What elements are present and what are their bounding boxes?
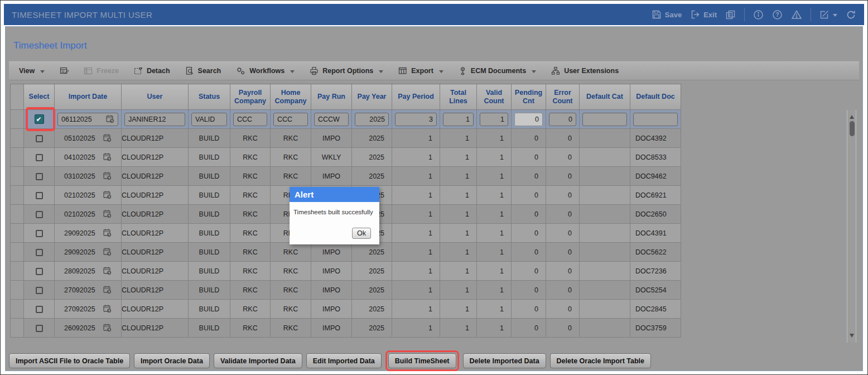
report-options-menu[interactable]: Report Options: [310, 66, 383, 75]
cell-pay-run: IMPO: [311, 129, 352, 148]
calendar-icon[interactable]: [103, 247, 112, 257]
action-button[interactable]: Import Oracle Data: [134, 353, 210, 368]
cell-payroll-company: RKC: [230, 319, 271, 338]
cell-payroll-company: RKC: [230, 205, 271, 224]
action-button[interactable]: Delete Oracle Import Table: [550, 353, 651, 368]
row-checkbox[interactable]: [36, 154, 43, 161]
cell-default-doc: DOC4391: [630, 224, 681, 243]
cell-total-lines: 1: [440, 262, 477, 281]
detach-button[interactable]: Detach: [134, 66, 170, 75]
column-header[interactable]: Pay Run: [311, 84, 352, 110]
row-checkbox[interactable]: [35, 114, 44, 124]
column-header[interactable]: Error Count: [546, 84, 580, 110]
row-header-cell: [11, 262, 24, 281]
cell-pay-year: 2025: [352, 243, 392, 262]
column-header[interactable]: Pay Period: [392, 84, 440, 110]
view-menu[interactable]: View: [19, 67, 45, 75]
calendar-icon[interactable]: [105, 114, 115, 124]
column-header[interactable]: User: [122, 84, 189, 110]
chevron-down-icon: [40, 70, 45, 75]
freeze-button: Freeze: [84, 66, 119, 75]
alert-ok-button[interactable]: Ok: [352, 228, 371, 239]
cell-total-lines: 1: [440, 186, 477, 205]
action-button[interactable]: Build TimeSheet: [388, 353, 456, 368]
cell-pending-cnt: 0: [512, 281, 546, 300]
column-header[interactable]: Total Lines: [440, 84, 477, 110]
calendar-icon[interactable]: [103, 323, 112, 333]
calendar-icon[interactable]: [103, 209, 112, 219]
cell-valid-count: 1: [477, 110, 512, 129]
column-header[interactable]: Home Company: [271, 84, 311, 110]
scrollbar-thumb[interactable]: [850, 121, 855, 136]
cell-payroll-company: RKC: [230, 281, 271, 300]
column-header[interactable]: Default Doc: [630, 84, 681, 110]
table-row: 26092025 CLOUDR12P BUILD RKC RKC IMPO 20…: [11, 319, 681, 338]
scroll-down-button[interactable]: [850, 334, 854, 340]
cell-valid-count: 1: [477, 148, 512, 167]
printer-icon: [310, 66, 319, 75]
manage-columns-button[interactable]: [60, 66, 69, 75]
row-checkbox[interactable]: [36, 306, 43, 313]
column-header[interactable]: Pending Cnt: [512, 84, 546, 110]
row-checkbox[interactable]: [36, 173, 43, 180]
column-header[interactable]: Valid Count: [477, 84, 512, 110]
ecm-documents-menu[interactable]: ECM Documents: [459, 66, 536, 75]
user-extensions-button[interactable]: User Extensions: [551, 66, 619, 75]
action-button[interactable]: Edit Imported Data: [306, 353, 382, 368]
row-header-cell: [11, 224, 24, 243]
export-menu[interactable]: Export: [398, 66, 443, 75]
row-checkbox[interactable]: [36, 287, 43, 294]
row-checkbox[interactable]: [36, 211, 43, 218]
save-button[interactable]: Save: [652, 9, 682, 20]
column-header[interactable]: Default Cat: [580, 84, 630, 110]
calendar-icon[interactable]: [103, 133, 112, 143]
help-button[interactable]: ?: [772, 9, 783, 20]
calendar-icon[interactable]: [103, 228, 112, 238]
warning-button[interactable]: [791, 9, 802, 20]
action-button[interactable]: Delete Imported Data: [463, 353, 546, 368]
column-header[interactable]: Status: [189, 84, 230, 110]
calendar-icon[interactable]: [103, 171, 112, 181]
row-header-cell: [11, 129, 24, 148]
row-checkbox[interactable]: [36, 230, 43, 237]
cell-pay-year: 2025: [352, 319, 392, 338]
workflows-menu[interactable]: Workflows: [236, 66, 295, 75]
detach-icon: [134, 66, 143, 75]
column-header[interactable]: Import Date: [55, 84, 122, 110]
cell-pending-cnt: 0: [512, 129, 546, 148]
action-button[interactable]: Import ASCII File to Oracle Table: [9, 353, 130, 368]
column-header[interactable]: Select: [24, 84, 55, 110]
row-header-cell: [11, 205, 24, 224]
exit-button[interactable]: Exit: [690, 9, 717, 20]
refresh-button[interactable]: [846, 9, 856, 20]
action-button[interactable]: Validate Imported Data: [214, 353, 302, 368]
calendar-icon[interactable]: [103, 266, 112, 276]
row-checkbox[interactable]: [36, 192, 43, 199]
info-button[interactable]: [753, 9, 764, 20]
row-checkbox[interactable]: [36, 325, 43, 332]
edit-menu-button[interactable]: [819, 9, 837, 20]
calendar-icon[interactable]: [103, 190, 112, 200]
cell-import-date: 29092025: [55, 243, 122, 262]
row-checkbox[interactable]: [36, 135, 43, 142]
calendar-icon[interactable]: [103, 152, 112, 162]
row-checkbox[interactable]: [36, 249, 43, 256]
cell-select: [24, 167, 55, 186]
scroll-up-button[interactable]: [850, 113, 854, 119]
column-header[interactable]: Payroll Company: [230, 84, 271, 110]
cell-select: [24, 110, 55, 129]
calendar-icon[interactable]: [103, 285, 112, 295]
cell-valid-count: 1: [477, 243, 512, 262]
cell-home-company: CCC: [271, 110, 311, 129]
column-header[interactable]: [11, 84, 24, 110]
cell-user: CLOUDR12P: [122, 148, 189, 167]
column-header[interactable]: Pay Year: [352, 84, 392, 110]
alert-titlebar[interactable]: Alert: [290, 187, 379, 202]
search-button[interactable]: Search: [185, 66, 221, 75]
import-date-value[interactable]: 06112025: [61, 113, 105, 126]
row-checkbox[interactable]: [36, 268, 43, 275]
calendar-icon[interactable]: [103, 304, 112, 314]
vertical-scrollbar[interactable]: [847, 110, 856, 343]
pages-button[interactable]: [725, 9, 736, 20]
cell-select: [24, 205, 55, 224]
